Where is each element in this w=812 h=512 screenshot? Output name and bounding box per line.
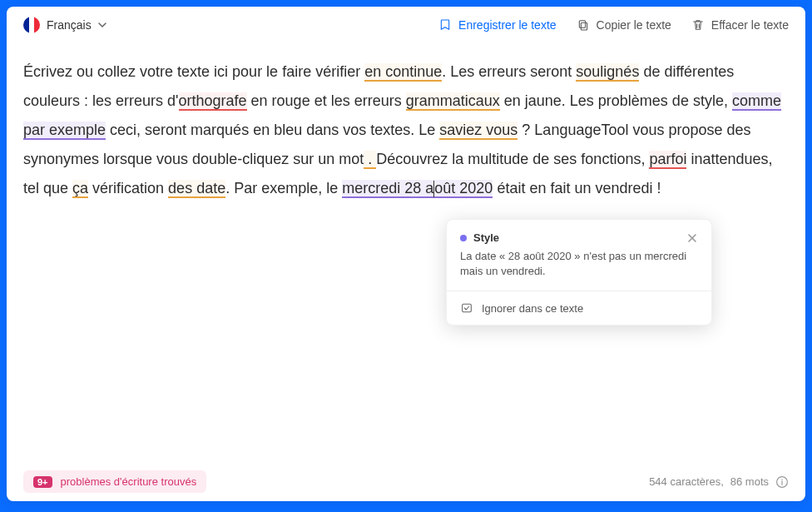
toolbar: Français Enregistrer le texte Copier le … (7, 7, 805, 44)
popup-category: Style (473, 231, 680, 244)
suggestion-popup: Style La date « 28 août 2020 » n'est pas… (446, 219, 712, 326)
text-fragment: était en fait un vendredi ! (493, 180, 661, 196)
close-button[interactable] (686, 232, 698, 244)
text-fragment: oût 2020 (434, 180, 493, 196)
info-button[interactable] (775, 475, 789, 489)
char-count: 544 caractères, (649, 475, 724, 488)
grammar-error[interactable]: . (364, 151, 376, 169)
text-fragment: en jaune. Les problèmes de style, (500, 92, 732, 109)
close-icon (687, 233, 697, 243)
svg-rect-1 (579, 21, 585, 28)
text-fragment: Écrivez ou collez votre texte ici pour l… (23, 63, 364, 80)
chevron-down-icon (98, 21, 106, 29)
save-button[interactable]: Enregistrer le texte (438, 18, 557, 32)
language-label: Français (47, 18, 92, 32)
footer: 9+ problèmes d'écriture trouvés 544 cara… (7, 462, 805, 501)
language-selector[interactable]: Français (23, 17, 106, 33)
spelling-error[interactable]: parfoi (649, 151, 686, 169)
copy-icon (577, 18, 590, 32)
grammar-error[interactable]: ça (72, 180, 88, 198)
ignore-button[interactable]: Ignorer dans ce texte (447, 291, 711, 325)
text-fragment: . Les erreurs seront (442, 63, 576, 80)
text-fragment: vérification (88, 180, 168, 196)
clear-label: Effacer le texte (711, 18, 789, 32)
clear-button[interactable]: Effacer le texte (691, 18, 789, 32)
bookmark-icon (438, 18, 452, 32)
app-frame: Français Enregistrer le texte Copier le … (0, 0, 812, 512)
text-fragment: . Par exemple, le (225, 180, 342, 196)
spelling-error[interactable]: orthografe (179, 92, 247, 111)
text-fragment: mercredi 28 a (342, 180, 433, 196)
text-fragment: ceci, seront marqués en bleu dans vos te… (106, 122, 439, 138)
editor-card: Français Enregistrer le texte Copier le … (7, 7, 805, 501)
editor-text[interactable]: Écrivez ou collez votre texte ici pour l… (23, 57, 789, 203)
word-count: 86 mots (730, 475, 769, 488)
grammar-error[interactable]: grammaticaux (406, 92, 500, 111)
svg-point-4 (781, 479, 783, 480)
text-fragment: Découvrez la multitude de ses fonctions, (376, 151, 649, 167)
style-error-active[interactable]: mercredi 28 août 2020 (342, 180, 493, 198)
grammar-error[interactable]: saviez vous (439, 122, 517, 140)
grammar-error[interactable]: en continue (364, 63, 442, 82)
save-label: Enregistrer le texte (458, 18, 557, 32)
popup-header: Style (447, 220, 711, 249)
grammar-error[interactable]: des date (168, 180, 225, 198)
footer-stats: 544 caractères, 86 mots (649, 475, 789, 489)
popup-message: La date « 28 août 2020 » n'est pas un me… (447, 249, 711, 291)
text-fragment: en rouge et les erreurs (247, 92, 406, 109)
ignore-label: Ignorer dans ce texte (482, 302, 583, 315)
svg-rect-0 (581, 22, 587, 30)
trash-icon (691, 18, 705, 32)
svg-rect-2 (463, 305, 472, 312)
grammar-error[interactable]: soulignés (576, 63, 639, 82)
info-icon (775, 475, 789, 489)
issues-label: problèmes d'écriture trouvés (61, 475, 197, 488)
flag-france-icon (23, 17, 40, 33)
toolbar-actions: Enregistrer le texte Copier le texte Eff… (438, 18, 789, 32)
copy-button[interactable]: Copier le texte (577, 18, 671, 32)
issues-count: 9+ (33, 476, 52, 488)
copy-label: Copier le texte (597, 18, 671, 32)
ignore-icon (460, 301, 473, 315)
issues-badge[interactable]: 9+ problèmes d'écriture trouvés (23, 470, 206, 493)
category-dot-icon (460, 235, 467, 241)
